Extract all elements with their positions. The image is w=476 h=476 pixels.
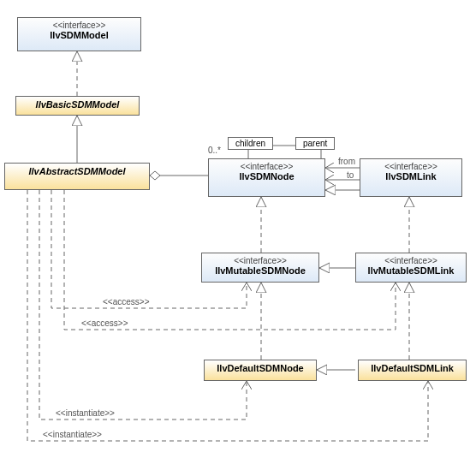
class-ilvmutablesdmlink[interactable]: <<interface>> IlvMutableSDMLink [355, 253, 467, 283]
dep-instantiate-2: <<instantiate>> [43, 430, 102, 439]
stereotype: <<interface>> [214, 162, 319, 171]
class-ilvsdmmodel[interactable]: <<interface>> IlvSDMModel [17, 17, 141, 51]
class-name: IlvDefaultSDMNode [210, 363, 311, 373]
dep-access-2: <<access>> [81, 318, 128, 328]
role-from: from [338, 157, 355, 166]
stereotype: <<interface>> [361, 256, 461, 265]
class-ilvsdmnode[interactable]: <<interface>> IlvSDMNode [208, 158, 325, 197]
class-ilvdefaultsdmnode[interactable]: IlvDefaultSDMNode [204, 360, 317, 381]
role-box-parent: parent [295, 137, 335, 150]
stereotype: <<interface>> [366, 162, 456, 171]
class-ilvbasicsdmmodel[interactable]: IlvBasicSDMModel [15, 96, 140, 116]
class-ilvmutablesdmnode[interactable]: <<interface>> IlvMutableSDMNode [201, 253, 319, 283]
class-ilvabstractsdmmodel[interactable]: IlvAbstractSDMModel [4, 163, 150, 190]
connectors: IlvSDMNode : from (open arrow toward nod… [0, 0, 476, 476]
class-name: IlvMutableSDMLink [361, 265, 461, 276]
multiplicity-children: 0..* [208, 146, 221, 155]
class-name: IlvSDMLink [366, 171, 456, 181]
class-name: IlvMutableSDMNode [207, 265, 313, 276]
class-name: IlvBasicSDMModel [21, 99, 134, 110]
dep-access-1: <<access>> [103, 297, 149, 306]
stereotype: <<interface>> [23, 21, 135, 30]
role-to: to [347, 170, 354, 180]
class-ilvdefaultsdmlink[interactable]: IlvDefaultSDMLink [358, 360, 467, 381]
stereotype: <<interface>> [207, 256, 313, 265]
dep-instantiate-1: <<instantiate>> [56, 408, 115, 418]
class-name: IlvSDMNode [214, 171, 319, 181]
uml-class-diagram: IlvSDMNode : from (open arrow toward nod… [0, 0, 476, 476]
class-name: IlvAbstractSDMModel [10, 166, 144, 176]
class-ilvsdmlink[interactable]: <<interface>> IlvSDMLink [360, 158, 462, 197]
class-name: IlvSDMModel [23, 30, 135, 40]
class-name: IlvDefaultSDMLink [364, 363, 461, 373]
role-box-children: children [228, 137, 273, 150]
